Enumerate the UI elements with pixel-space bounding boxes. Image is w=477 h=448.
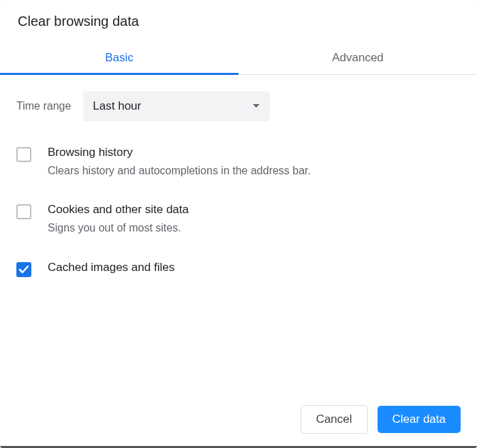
dialog-title: Clear browsing data: [0, 0, 477, 42]
cancel-button[interactable]: Cancel: [301, 405, 368, 434]
checkbox-browsing-history[interactable]: [16, 147, 31, 162]
tabs: Basic Advanced: [0, 42, 477, 75]
checkbox-cookies[interactable]: [16, 204, 31, 219]
chevron-down-icon: [252, 103, 260, 109]
clear-browsing-data-dialog: Clear browsing data Basic Advanced Time …: [0, 0, 477, 448]
dialog-content: Time range Last hour Browsing history Cl…: [0, 75, 477, 393]
time-range-select[interactable]: Last hour: [83, 91, 270, 121]
tab-advanced[interactable]: Advanced: [238, 42, 477, 74]
option-desc: Clears history and autocompletions in th…: [48, 163, 461, 178]
option-desc: Signs you out of most sites.: [48, 221, 461, 236]
option-text: Browsing history Clears history and auto…: [48, 146, 461, 178]
option-title: Cached images and files: [48, 261, 461, 274]
option-text: Cached images and files: [48, 261, 461, 278]
time-range-label: Time range: [16, 100, 71, 112]
checkbox-cached[interactable]: [16, 262, 31, 277]
time-range-selected-value: Last hour: [93, 99, 141, 113]
dialog-footer: Cancel Clear data: [0, 393, 477, 448]
option-title: Cookies and other site data: [48, 203, 461, 217]
tab-basic[interactable]: Basic: [0, 42, 238, 74]
option-cached: Cached images and files: [16, 261, 461, 278]
option-cookies: Cookies and other site data Signs you ou…: [16, 203, 461, 236]
option-browsing-history: Browsing history Clears history and auto…: [16, 146, 461, 178]
clear-data-button[interactable]: Clear data: [378, 406, 461, 433]
option-title: Browsing history: [48, 146, 461, 159]
option-text: Cookies and other site data Signs you ou…: [48, 203, 461, 236]
time-range-row: Time range Last hour: [16, 91, 461, 121]
